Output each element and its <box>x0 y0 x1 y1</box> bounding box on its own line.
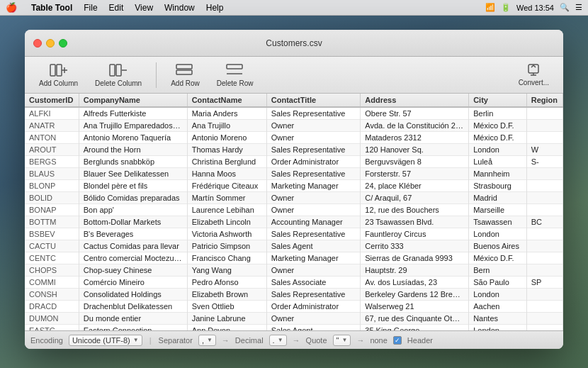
table-row[interactable]: CACTUCactus Comidas para llevarPatricio … <box>25 240 563 252</box>
cell-16-5[interactable]: Aachen <box>469 301 527 313</box>
cell-0-6[interactable] <box>526 107 562 120</box>
cell-9-3[interactable]: Accounting Manager <box>266 216 361 228</box>
table-row[interactable]: DRACDDrachenblut DelikatessenSven Ottlie… <box>25 301 563 313</box>
cell-5-0[interactable]: BLAUS <box>25 168 79 180</box>
cell-7-1[interactable]: Bólido Comidas preparadas <box>79 192 187 204</box>
cell-13-4[interactable]: Hauptstr. 29 <box>361 264 469 277</box>
table-row[interactable]: AROUTAround the HornThomas HardySales Re… <box>25 144 563 156</box>
cell-14-6[interactable]: SP <box>526 277 562 289</box>
table-row[interactable]: ANTONAntonio Moreno TaqueríaAntonio More… <box>25 132 563 144</box>
cell-6-5[interactable]: Strasbourg <box>469 180 527 192</box>
cell-0-4[interactable]: Obere Str. 57 <box>361 107 469 120</box>
quote-select[interactable]: " ▼ <box>333 335 351 346</box>
col-header-contactname[interactable]: ContactName <box>187 94 266 107</box>
cell-17-1[interactable]: Du monde entier <box>79 313 187 325</box>
table-row[interactable]: CENTCCentro comercial MoctezumaFrancisco… <box>25 252 563 264</box>
cell-2-6[interactable] <box>526 132 562 144</box>
menubar-edit[interactable]: Edit <box>109 3 124 13</box>
cell-8-6[interactable] <box>526 204 562 216</box>
cell-12-1[interactable]: Centro comercial Moctezuma <box>79 252 187 264</box>
cell-2-4[interactable]: Mataderos 2312 <box>361 132 469 144</box>
cell-10-3[interactable]: Sales Representative <box>266 228 361 240</box>
table-row[interactable]: CHOPSChop-suey ChineseYang WangOwnerHaup… <box>25 264 563 277</box>
cell-16-2[interactable]: Sven Ottlieb <box>187 301 266 313</box>
cell-6-6[interactable] <box>526 180 562 192</box>
fullscreen-button[interactable] <box>59 39 67 48</box>
cell-5-6[interactable] <box>526 168 562 180</box>
cell-5-5[interactable]: Mannheim <box>469 168 527 180</box>
cell-13-6[interactable] <box>526 264 562 277</box>
cell-15-6[interactable] <box>526 289 562 301</box>
cell-18-2[interactable]: Ann Devon <box>187 325 266 331</box>
cell-13-5[interactable]: Bern <box>469 264 527 277</box>
cell-15-2[interactable]: Elizabeth Brown <box>187 289 266 301</box>
cell-3-2[interactable]: Thomas Hardy <box>187 144 266 156</box>
cell-18-1[interactable]: Eastern Connection <box>79 325 187 331</box>
close-button[interactable] <box>33 39 42 48</box>
cell-14-4[interactable]: Av. dos Lusíadas, 23 <box>361 277 469 289</box>
cell-16-4[interactable]: Walserweg 21 <box>361 301 469 313</box>
cell-2-5[interactable]: México D.F. <box>469 132 527 144</box>
cell-6-1[interactable]: Blondel père et fils <box>79 180 187 192</box>
cell-16-6[interactable] <box>526 301 562 313</box>
delete-column-button[interactable]: Delete Column <box>89 60 147 90</box>
cell-5-3[interactable]: Sales Representative <box>266 168 361 180</box>
cell-8-0[interactable]: BONAP <box>25 204 79 216</box>
add-column-button[interactable]: Add Column <box>33 60 84 90</box>
cell-18-4[interactable]: 35 King George <box>361 325 469 331</box>
cell-8-2[interactable]: Laurence Lebihan <box>187 204 266 216</box>
col-header-customerid[interactable]: CustomerID <box>25 94 79 107</box>
cell-10-5[interactable]: London <box>469 228 527 240</box>
cell-7-0[interactable]: BOLID <box>25 192 79 204</box>
cell-3-6[interactable]: W <box>526 144 562 156</box>
cell-15-5[interactable]: London <box>469 289 527 301</box>
cell-10-1[interactable]: B's Beverages <box>79 228 187 240</box>
table-row[interactable]: ANATRAna Trujillo Emparedados y heladosA… <box>25 120 563 132</box>
menubar-view[interactable]: View <box>135 3 153 13</box>
cell-16-0[interactable]: DRACD <box>25 301 79 313</box>
table-row[interactable]: DUMONDu monde entierJanine LabruneOwner6… <box>25 313 563 325</box>
cell-11-2[interactable]: Patricio Simpson <box>187 240 266 252</box>
cell-14-3[interactable]: Sales Associate <box>266 277 361 289</box>
cell-10-6[interactable] <box>526 228 562 240</box>
cell-9-1[interactable]: Bottom-Dollar Markets <box>79 216 187 228</box>
cell-7-2[interactable]: Martín Sommer <box>187 192 266 204</box>
cell-10-2[interactable]: Victoria Ashworth <box>187 228 266 240</box>
delete-row-button[interactable]: Delete Row <box>211 60 259 90</box>
cell-10-0[interactable]: BSBEV <box>25 228 79 240</box>
cell-12-2[interactable]: Francisco Chang <box>187 252 266 264</box>
table-row[interactable]: BOTTMBottom-Dollar MarketsElizabeth Linc… <box>25 216 563 228</box>
cell-14-2[interactable]: Pedro Afonso <box>187 277 266 289</box>
cell-8-4[interactable]: 12, rue des Bouchers <box>361 204 469 216</box>
cell-3-5[interactable]: London <box>469 144 527 156</box>
cell-3-3[interactable]: Sales Representative <box>266 144 361 156</box>
cell-0-0[interactable]: ALFKI <box>25 107 79 120</box>
table-row[interactable]: BSBEVB's BeveragesVictoria AshworthSales… <box>25 228 563 240</box>
cell-11-0[interactable]: CACTU <box>25 240 79 252</box>
cell-11-6[interactable] <box>526 240 562 252</box>
cell-1-1[interactable]: Ana Trujillo Emparedados y helados <box>79 120 187 132</box>
cell-10-4[interactable]: Fauntleroy Circus <box>361 228 469 240</box>
cell-6-2[interactable]: Frédérique Citeaux <box>187 180 266 192</box>
cell-11-1[interactable]: Cactus Comidas para llevar <box>79 240 187 252</box>
cell-13-0[interactable]: CHOPS <box>25 264 79 277</box>
cell-4-0[interactable]: BERGS <box>25 156 79 168</box>
cell-14-5[interactable]: São Paulo <box>469 277 527 289</box>
cell-8-3[interactable]: Owner <box>266 204 361 216</box>
cell-9-2[interactable]: Elizabeth Lincoln <box>187 216 266 228</box>
cell-9-6[interactable]: BC <box>526 216 562 228</box>
cell-16-3[interactable]: Order Administrator <box>266 301 361 313</box>
cell-4-1[interactable]: Berglunds snabbköp <box>79 156 187 168</box>
cell-7-5[interactable]: Madrid <box>469 192 527 204</box>
cell-15-0[interactable]: CONSH <box>25 289 79 301</box>
cell-17-3[interactable]: Owner <box>266 313 361 325</box>
cell-13-3[interactable]: Owner <box>266 264 361 277</box>
cell-9-5[interactable]: Tsawassen <box>469 216 527 228</box>
encoding-select[interactable]: Unicode (UTF-8) ▼ <box>69 335 142 346</box>
cell-11-5[interactable]: Buenos Aires <box>469 240 527 252</box>
cell-12-3[interactable]: Marketing Manager <box>266 252 361 264</box>
col-header-companyname[interactable]: CompanyName <box>79 94 187 107</box>
cell-17-2[interactable]: Janine Labrune <box>187 313 266 325</box>
cell-5-1[interactable]: Blauer See Delikatessen <box>79 168 187 180</box>
convert-button[interactable]: Convert... <box>513 60 555 89</box>
